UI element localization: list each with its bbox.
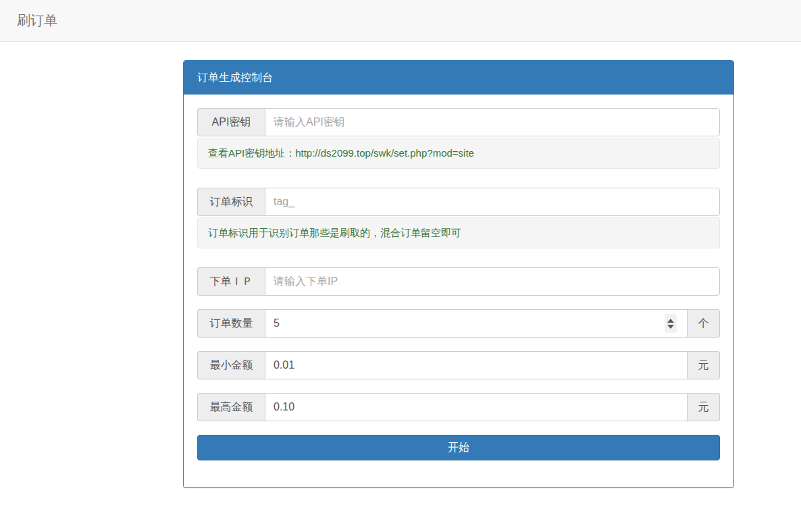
max-amount-label: 最高金额 <box>197 393 265 421</box>
page-title: 刷订单 <box>17 11 57 30</box>
panel-body: API密钥 查看API密钥地址：http://ds2099.top/swk/se… <box>184 95 733 487</box>
max-amount-unit: 元 <box>688 393 720 421</box>
order-ip-input[interactable] <box>265 267 720 296</box>
order-ip-label: 下单ＩＰ <box>197 267 265 296</box>
order-console-panel: 订单生成控制台 API密钥 查看API密钥地址：http://ds2099.to… <box>183 60 734 488</box>
api-key-input[interactable] <box>265 108 720 136</box>
spinner-down-icon[interactable] <box>667 325 674 329</box>
min-amount-unit: 元 <box>688 351 720 379</box>
page-header: 刷订单 <box>0 0 801 42</box>
spinner-up-icon[interactable] <box>667 319 674 323</box>
max-amount-input[interactable] <box>265 393 688 421</box>
order-count-input[interactable] <box>265 309 688 338</box>
api-key-group: API密钥 <box>197 108 720 136</box>
quantity-stepper[interactable] <box>665 314 677 333</box>
order-count-group: 订单数量 个 <box>197 309 720 338</box>
panel-title: 订单生成控制台 <box>184 61 733 95</box>
order-tag-help: 订单标识用于识别订单那些是刷取的，混合订单留空即可 <box>197 217 720 248</box>
order-tag-label: 订单标识 <box>197 188 265 216</box>
order-ip-group: 下单ＩＰ <box>197 267 720 296</box>
order-tag-group: 订单标识 <box>197 188 720 216</box>
max-amount-group: 最高金额 元 <box>197 393 720 421</box>
api-key-label: API密钥 <box>197 108 265 136</box>
main-content: 订单生成控制台 API密钥 查看API密钥地址：http://ds2099.to… <box>0 42 801 488</box>
min-amount-label: 最小金额 <box>197 351 265 379</box>
min-amount-input[interactable] <box>265 351 688 379</box>
order-count-unit: 个 <box>688 309 720 338</box>
min-amount-group: 最小金额 元 <box>197 351 720 379</box>
max-amount-input-wrap <box>265 393 688 421</box>
min-amount-input-wrap <box>265 351 688 379</box>
start-button[interactable]: 开始 <box>197 435 720 460</box>
order-tag-input[interactable] <box>265 188 720 216</box>
order-count-input-wrap <box>265 309 688 338</box>
order-count-label: 订单数量 <box>197 309 265 338</box>
api-key-help: 查看API密钥地址：http://ds2099.top/swk/set.php?… <box>197 138 720 169</box>
